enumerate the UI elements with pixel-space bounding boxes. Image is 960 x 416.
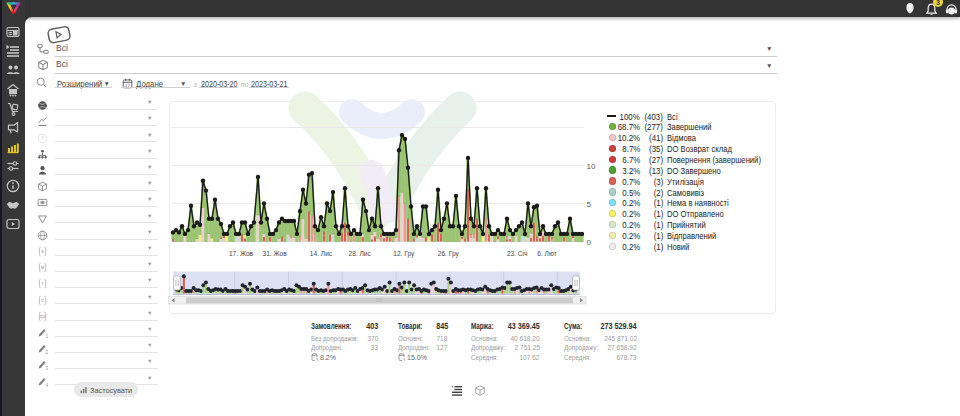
svg-text:14. Лис: 14. Лис [310, 250, 333, 257]
svg-text:28. Лис: 28. Лис [349, 250, 372, 257]
svg-text:31. Жов: 31. Жов [263, 250, 287, 257]
svg-text:26. Гру: 26. Гру [438, 250, 460, 258]
svg-text:5: 5 [587, 200, 592, 209]
svg-text:6. Лют: 6. Лют [537, 250, 557, 257]
svg-text:10: 10 [587, 162, 596, 171]
svg-text:%: % [316, 357, 318, 360]
svg-text:23. Січ: 23. Січ [507, 250, 528, 257]
svg-text:0: 0 [587, 238, 592, 247]
svg-text:12. Гру: 12. Гру [393, 250, 415, 258]
svg-text:17. Жов: 17. Жов [229, 250, 253, 257]
svg-text:%: % [403, 357, 405, 360]
